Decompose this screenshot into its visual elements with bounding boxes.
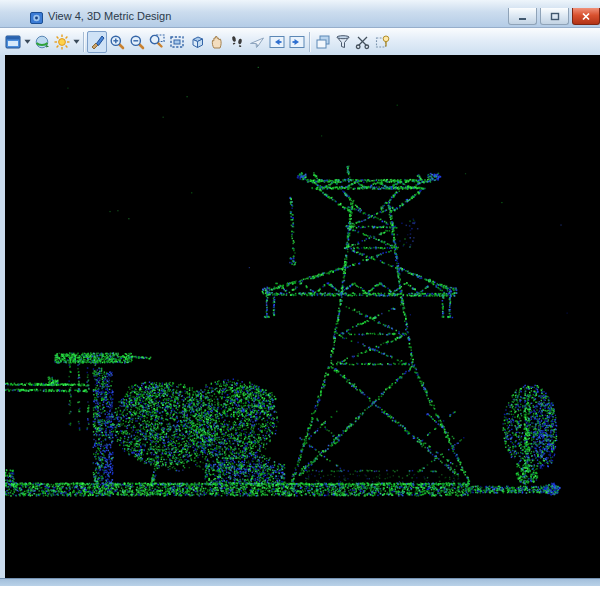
- fit-view-icon: [169, 34, 185, 50]
- clip-volume-button[interactable]: [333, 31, 353, 53]
- window-controls: [508, 8, 600, 25]
- clip-mask-icon: [355, 34, 371, 50]
- toolbar-separator: [83, 32, 85, 52]
- view-previous-button[interactable]: [267, 31, 287, 53]
- apply-clip-volume-button[interactable]: [373, 31, 393, 53]
- apply-clip-volume-icon: [375, 34, 391, 50]
- view-window-icon[interactable]: [30, 10, 43, 22]
- clip-mask-button[interactable]: [353, 31, 373, 53]
- view-attributes-icon: [5, 34, 21, 50]
- adjust-view-brightness-button[interactable]: [52, 31, 72, 53]
- view-toolbar: [0, 28, 600, 56]
- update-view-icon: [89, 34, 105, 50]
- adjust-view-brightness-dropdown-caret-icon[interactable]: [72, 31, 81, 53]
- window-area-icon: [149, 34, 165, 50]
- pan-view-button[interactable]: [207, 31, 227, 53]
- title-bar-left: View 4, 3D Metric Design: [0, 10, 171, 27]
- display-style-icon: [34, 34, 50, 50]
- clip-volume-icon: [335, 34, 351, 50]
- fly-button[interactable]: [247, 31, 267, 53]
- update-view-button[interactable]: [87, 31, 107, 53]
- view-next-icon: [289, 34, 305, 50]
- screen: { "window": { "title": "View 4, 3D Metri…: [0, 0, 600, 600]
- zoom-in-icon: [109, 34, 125, 50]
- zoom-out-icon: [129, 34, 145, 50]
- window-title: View 4, 3D Metric Design: [48, 10, 171, 22]
- title-bar[interactable]: View 4, 3D Metric Design: [0, 0, 600, 28]
- adjust-view-brightness-icon: [54, 34, 70, 50]
- view-previous-icon: [269, 34, 285, 50]
- view-window: View 4, 3D Metric Design: [0, 0, 600, 586]
- copy-view-icon: [315, 34, 331, 50]
- zoom-out-button[interactable]: [127, 31, 147, 53]
- rotate-view-button[interactable]: [187, 31, 207, 53]
- window-area-button[interactable]: [147, 31, 167, 53]
- view-next-button[interactable]: [287, 31, 307, 53]
- walk-button[interactable]: [227, 31, 247, 53]
- point-cloud-canvas[interactable]: [5, 55, 600, 578]
- copy-view-button[interactable]: [313, 31, 333, 53]
- walk-icon: [229, 34, 245, 50]
- close-button[interactable]: [572, 8, 600, 25]
- fly-icon: [249, 34, 265, 50]
- viewport: [0, 55, 600, 578]
- toolbar-separator: [309, 32, 311, 52]
- fit-view-button[interactable]: [167, 31, 187, 53]
- view-attributes-button[interactable]: [3, 31, 23, 53]
- minimize-button[interactable]: [508, 8, 537, 25]
- pan-view-icon: [209, 34, 225, 50]
- display-style-button[interactable]: [32, 31, 52, 53]
- zoom-in-button[interactable]: [107, 31, 127, 53]
- desktop-background: [0, 586, 600, 600]
- maximize-button[interactable]: [540, 8, 569, 25]
- view-attributes-dropdown-caret-icon[interactable]: [23, 31, 32, 53]
- rotate-view-icon: [189, 34, 205, 50]
